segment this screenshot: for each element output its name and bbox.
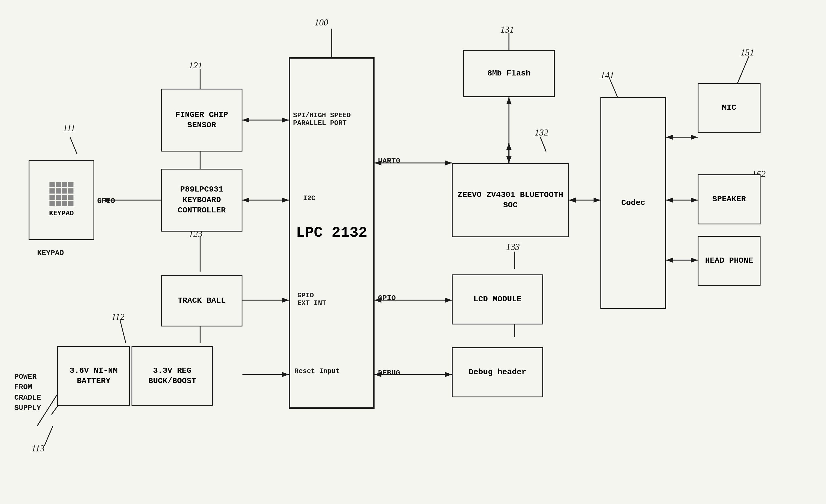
svg-line-36 bbox=[70, 137, 77, 154]
buckboost-box: 3.3V REG BUCK/BOOST bbox=[131, 346, 213, 406]
keypad-grid bbox=[50, 182, 73, 206]
svg-line-29 bbox=[540, 137, 546, 151]
battery-box: 3.6V NI-NM BATTERY bbox=[57, 346, 130, 406]
gpio-ext-int-label: GPIOEXT INT bbox=[297, 292, 326, 307]
lpc-box: LPC 2132 bbox=[289, 57, 374, 409]
gpio-right-label: GPIO bbox=[378, 294, 396, 303]
uart0-label: UART0 bbox=[378, 156, 400, 165]
svg-line-38 bbox=[44, 426, 53, 446]
svg-line-33 bbox=[738, 56, 749, 83]
ref-100: 100 bbox=[314, 17, 328, 28]
debug-header-box: Debug header bbox=[452, 348, 543, 397]
ref-132: 132 bbox=[535, 127, 548, 138]
i2c-label: I2C bbox=[303, 194, 315, 202]
keyboard-box: P89LPC931 KEYBOARD CONTROLLER bbox=[161, 169, 242, 232]
finger-chip-box: FINGER CHIP SENSOR bbox=[161, 88, 242, 151]
bluetooth-box: ZEEVO ZV4301 BLUETOOTH SOC bbox=[452, 163, 569, 237]
ref-111: 111 bbox=[63, 123, 75, 133]
trackball-box: TRACK BALL bbox=[161, 275, 242, 326]
ref-113: 113 bbox=[32, 443, 45, 454]
keypad-box: KEYPAD bbox=[28, 160, 94, 240]
keypad-label: KEYPAD bbox=[49, 209, 74, 218]
mic-box: MIC bbox=[698, 83, 761, 133]
headphone-box: HEAD PHONE bbox=[698, 236, 761, 286]
ref-112: 112 bbox=[112, 312, 125, 322]
ref-121: 121 bbox=[189, 60, 202, 71]
debug-label: DEBUG bbox=[378, 369, 400, 377]
speaker-box: SPEAKER bbox=[698, 174, 761, 225]
lcd-box: LCD MODULE bbox=[452, 274, 543, 324]
ref-133: 133 bbox=[506, 242, 520, 252]
power-label: POWERFROMCRADLESUPPLY bbox=[14, 372, 41, 414]
flash-box: 8Mb Flash bbox=[463, 50, 555, 97]
reset-input-label: Reset Input bbox=[294, 367, 340, 375]
ref-141: 141 bbox=[600, 70, 614, 81]
svg-line-37 bbox=[120, 320, 126, 343]
gpio-left-label: GPIO bbox=[97, 197, 115, 205]
keypad-text: KEYPAD bbox=[37, 249, 64, 257]
ref-131: 131 bbox=[500, 24, 514, 35]
spi-label: SPI/HIGH SPEEDPARALLEL PORT bbox=[293, 112, 351, 127]
codec-box: Codec bbox=[600, 97, 666, 309]
ref-151: 151 bbox=[741, 47, 754, 58]
